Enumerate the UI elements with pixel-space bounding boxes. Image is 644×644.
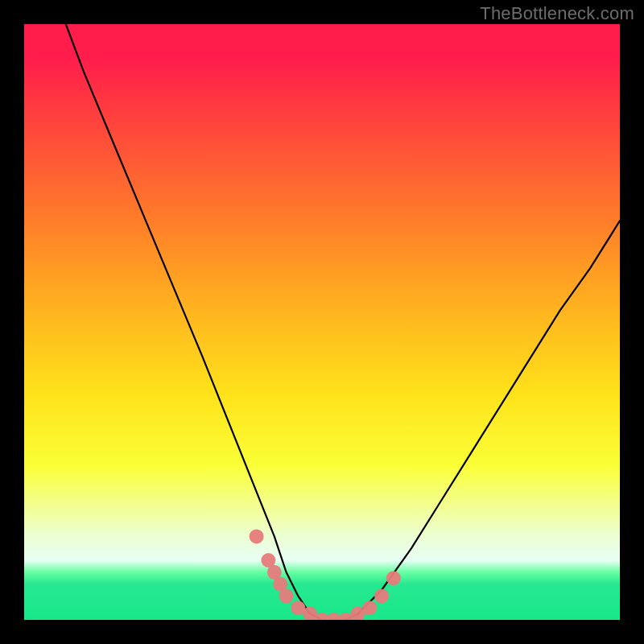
chart-frame: TheBottleneck.com xyxy=(0,0,644,644)
plot-area xyxy=(24,24,620,620)
curve-marker xyxy=(374,588,389,603)
curve-marker xyxy=(279,588,294,603)
curve-markers xyxy=(250,529,401,620)
curve-marker xyxy=(250,529,264,543)
watermark-text: TheBottleneck.com xyxy=(480,3,634,24)
curve-marker xyxy=(362,601,377,615)
curve-line xyxy=(66,24,620,620)
curve-marker xyxy=(386,571,401,585)
bottleneck-curve xyxy=(24,24,620,620)
